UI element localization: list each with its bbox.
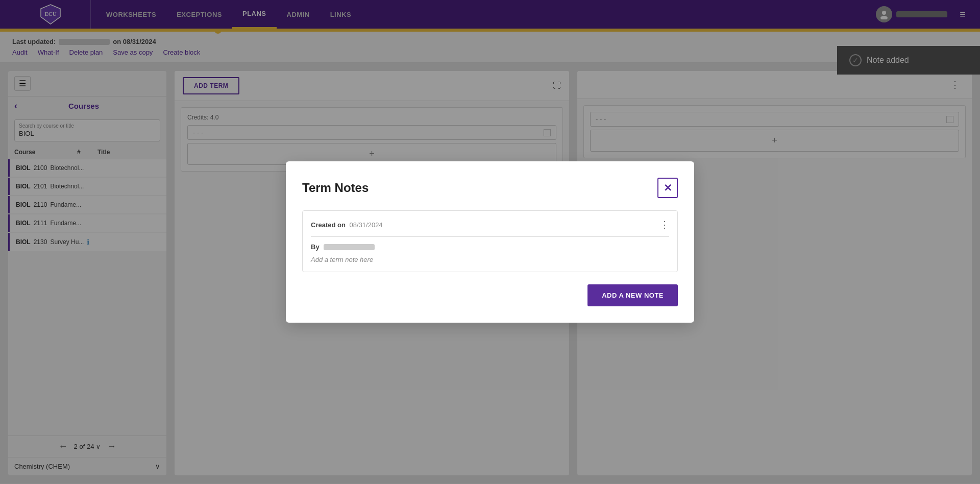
modal-header: Term Notes ✕	[302, 178, 678, 198]
modal-title: Term Notes	[302, 181, 369, 195]
modal-overlay[interactable]: Term Notes ✕ Created on 08/31/2024 ⋮ By …	[0, 0, 980, 484]
note-options-btn[interactable]: ⋮	[660, 219, 669, 230]
add-new-note-btn[interactable]: ADD A NEW NOTE	[587, 284, 678, 306]
note-by-row: By	[311, 243, 669, 251]
modal-footer: ADD A NEW NOTE	[302, 284, 678, 306]
note-divider	[311, 236, 669, 237]
note-card: Created on 08/31/2024 ⋮ By Add a term no…	[302, 210, 678, 272]
by-label: By	[311, 243, 320, 251]
created-date: 08/31/2024	[350, 221, 383, 229]
note-text: Add a term note here	[311, 256, 669, 263]
modal-close-btn[interactable]: ✕	[657, 178, 678, 198]
term-notes-modal: Term Notes ✕ Created on 08/31/2024 ⋮ By …	[286, 161, 694, 323]
note-card-header: Created on 08/31/2024 ⋮	[311, 219, 669, 230]
note-created: Created on 08/31/2024	[311, 221, 383, 229]
note-author-placeholder	[324, 244, 375, 250]
created-label: Created on	[311, 221, 346, 229]
